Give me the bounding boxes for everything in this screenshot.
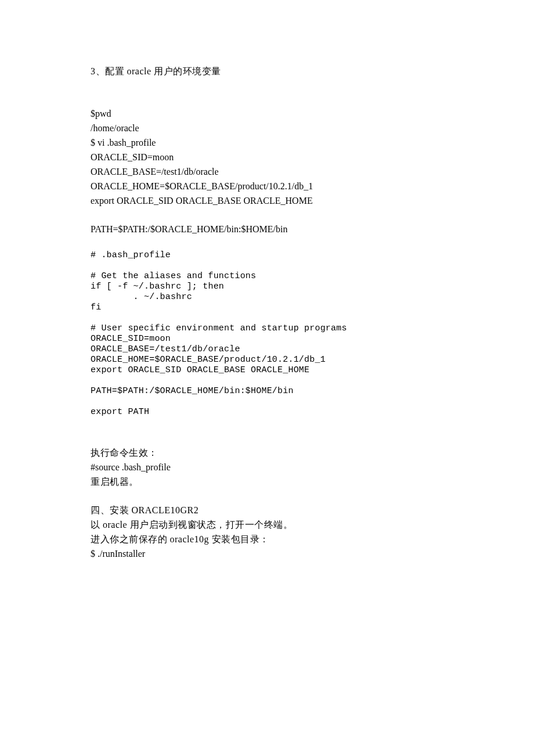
source-cmd: #source .bash_profile: [91, 460, 443, 474]
cmd-line: $ vi .bash_profile: [91, 135, 443, 150]
cmd-line: $pwd: [91, 106, 443, 121]
section-4-title: 四、安装 ORACLE10GR2: [91, 503, 443, 517]
document-page: 3、配置 oracle 用户的环境变量 $pwd /home/oracle $ …: [0, 0, 534, 596]
cmd-line: ORACLE_HOME=$ORACLE_BASE/product/10.2.1/…: [91, 179, 443, 193]
exec-heading: 执行命令生效：: [91, 445, 443, 460]
cmd-line: ORACLE_BASE=/test1/db/oracle: [91, 164, 443, 179]
cmd-line: /home/oracle: [91, 121, 443, 135]
section-4-line: 以 oracle 用户启动到视窗状态，打开一个终端。: [91, 517, 443, 532]
cmd-line: export ORACLE_SID ORACLE_BASE ORACLE_HOM…: [91, 193, 443, 208]
section-4-line: 进入你之前保存的 oracle10g 安装包目录：: [91, 532, 443, 546]
bash-profile-dump: # .bash_profile # Get the aliases and fu…: [91, 250, 443, 417]
reboot-line: 重启机器。: [91, 474, 443, 489]
path-line: PATH=$PATH:/$ORACLE_HOME/bin:$HOME/bin: [91, 222, 443, 236]
cmd-line: ORACLE_SID=moon: [91, 150, 443, 164]
section-3-title: 3、配置 oracle 用户的环境变量: [91, 64, 443, 78]
run-installer-cmd: $ ./runInstaller: [91, 546, 443, 561]
